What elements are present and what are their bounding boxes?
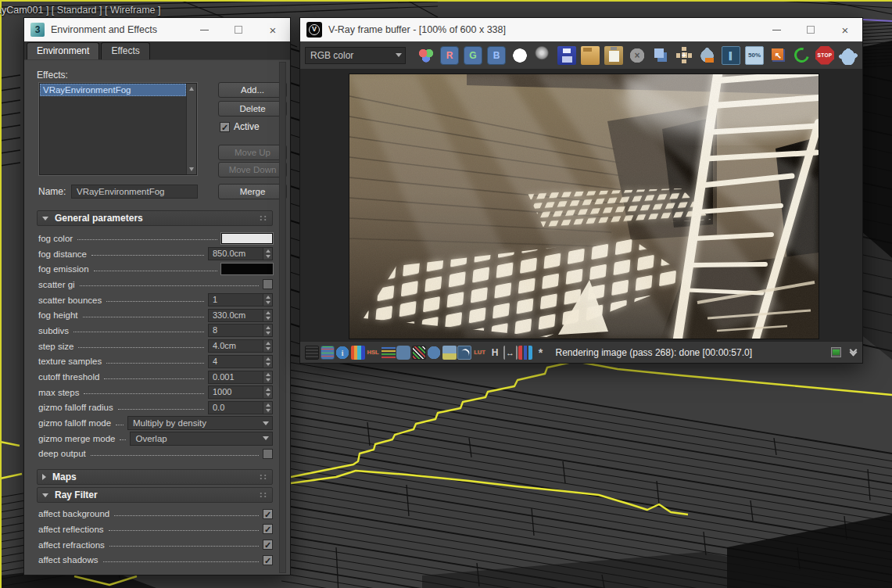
deep-output-checkbox[interactable] [263, 449, 273, 459]
info-icon[interactable]: i [335, 346, 349, 360]
spinner-arrows-icon[interactable] [263, 402, 272, 414]
monochrome-icon[interactable] [534, 46, 553, 65]
scatter-bounces-spinner[interactable]: 1 [208, 293, 273, 307]
spinner-arrows-icon[interactable] [263, 356, 272, 368]
cutoff-threshold-spinner[interactable]: 0.001 [208, 371, 273, 384]
viewport-label[interactable]: ayCam001 ] [ Standard ] [ Wireframe ] [0, 5, 161, 16]
spinner-arrows-icon[interactable] [263, 294, 272, 306]
spinner-arrows-icon[interactable] [263, 324, 272, 336]
maximize-button[interactable] [221, 18, 256, 41]
hue-saturation-icon[interactable] [396, 346, 410, 360]
dotted-leader [118, 402, 204, 410]
max-steps-spinner[interactable]: 1000 [208, 385, 273, 399]
background-image-icon[interactable] [442, 346, 457, 360]
move-up-button[interactable]: Move Up [218, 145, 287, 160]
fog-distance-spinner[interactable]: 850.0cm [208, 247, 273, 260]
rendered-image[interactable] [349, 74, 819, 339]
rollout-general-parameters[interactable]: General parameters [37, 210, 273, 226]
gizmo-falloff-radius-spinner[interactable]: 0.0 [208, 401, 273, 414]
spinner-arrows-icon[interactable] [263, 386, 272, 398]
texture-samples-spinner[interactable]: 4 [208, 355, 273, 368]
affect-background-label: affect background [38, 509, 109, 518]
minimize-button[interactable] [759, 18, 793, 41]
spinner-arrows-icon[interactable] [263, 371, 272, 383]
chevron-double-down-icon[interactable] [851, 350, 856, 355]
green-channel-button[interactable]: G [464, 46, 482, 65]
panel-toggle-icon[interactable] [831, 347, 841, 357]
effects-list[interactable]: VRayEnvironmentFog [38, 82, 198, 176]
name-field[interactable]: VRayEnvironmentFog [71, 185, 198, 199]
param-row-affect-reflections: affect reflections [38, 522, 273, 537]
scroll-down-icon[interactable] [187, 164, 196, 174]
add-button[interactable]: Add... [218, 82, 287, 98]
render-last-button[interactable] [792, 46, 811, 65]
fog-color-swatch[interactable] [221, 233, 273, 244]
region-render-button[interactable] [698, 46, 717, 65]
save-image-button[interactable] [557, 46, 576, 65]
scroll-up-icon[interactable] [187, 84, 196, 94]
spinner-arrows-icon[interactable] [263, 340, 272, 352]
effects-list-item-selected[interactable]: VRayEnvironmentFog [40, 84, 186, 96]
vfb-toolbar: RGB color RGB×+∥50%↖STOP [300, 41, 862, 70]
fog-color-label: fog color [38, 234, 73, 243]
copy-to-clipboard-button[interactable] [604, 46, 623, 65]
effects-list-scrollbar[interactable] [186, 84, 196, 174]
subdivs-spinner[interactable]: 8 [208, 324, 273, 337]
rollout-ray-filter[interactable]: Ray Filter [37, 487, 273, 503]
white-balance-icon[interactable] [382, 346, 396, 360]
levels-icon[interactable] [427, 346, 441, 360]
affect-refractions-checkbox[interactable] [263, 540, 273, 550]
rollout-maps[interactable]: Maps [37, 469, 273, 485]
affect-shadows-checkbox[interactable] [263, 555, 273, 565]
stereo-channels-icon[interactable] [518, 346, 532, 360]
move-down-button[interactable]: Move Down [218, 162, 287, 177]
spinner-arrows-icon[interactable] [263, 248, 272, 260]
color-corrections-icon[interactable] [321, 346, 335, 360]
spinner-arrows-icon[interactable] [263, 310, 272, 321]
fog-emission-swatch[interactable] [221, 264, 273, 274]
fog-height-spinner[interactable]: 330.0cm [208, 309, 273, 322]
pan-zoom-button[interactable]: ↖ [768, 46, 787, 65]
channel-dropdown[interactable]: RGB color [305, 47, 406, 64]
tab-environment[interactable]: Environment [27, 42, 99, 59]
load-image-button[interactable] [581, 46, 600, 65]
merge-button[interactable]: Merge [218, 184, 287, 199]
compare-images-button[interactable]: ∥ [722, 46, 740, 65]
lut-icon[interactable]: LUT [473, 346, 487, 360]
gizmo-falloff-mode-dropdown[interactable]: Multiply by density [127, 416, 273, 430]
rgb-channels-icon[interactable] [417, 46, 435, 65]
active-checkbox[interactable] [220, 122, 230, 132]
render-button[interactable] [839, 46, 858, 65]
scatter-gi-checkbox[interactable] [263, 279, 273, 289]
close-button[interactable]: × [256, 18, 290, 41]
step-size-spinner[interactable]: 4.0cm [208, 339, 273, 353]
alpha-channel-icon[interactable] [510, 46, 529, 65]
icc-profile-icon[interactable]: * [534, 346, 548, 360]
force-color-clamping-icon[interactable] [351, 346, 365, 360]
blue-channel-button[interactable]: B [487, 46, 506, 65]
vfb-titlebar[interactable]: V-Ray frame buffer - [100% of 600 x 338]… [300, 18, 862, 41]
hsl-icon[interactable]: HSL [366, 346, 380, 360]
stop-render-button[interactable]: STOP [815, 46, 834, 65]
gizmo-merge-mode-dropdown[interactable]: Overlap [130, 432, 273, 446]
pixel-aspect-icon[interactable]: ↔ [503, 346, 518, 360]
delete-button[interactable]: Delete [218, 101, 287, 117]
color-balance-icon[interactable] [412, 346, 426, 360]
histogram-icon[interactable]: H [488, 346, 502, 360]
dotted-leader [120, 432, 126, 440]
curve-correction-icon[interactable] [457, 346, 471, 360]
dialog-titlebar[interactable]: 3 Environment and Effects × [24, 18, 290, 41]
tab-effects[interactable]: Effects [101, 42, 149, 59]
duplicate-to-host-button[interactable] [651, 46, 670, 65]
dialog-scrollbar[interactable] [279, 62, 286, 573]
affect-background-checkbox[interactable] [263, 509, 273, 519]
red-channel-button[interactable]: R [440, 46, 459, 65]
maximize-button[interactable] [793, 18, 828, 41]
test-resolution-button[interactable]: 50% [745, 46, 764, 65]
track-mouse-button[interactable]: + [675, 46, 693, 65]
minimize-button[interactable] [187, 18, 221, 41]
clear-image-button[interactable]: × [628, 46, 647, 65]
close-button[interactable]: × [828, 18, 862, 41]
affect-reflections-checkbox[interactable] [263, 524, 273, 534]
pixel-info-icon[interactable] [305, 346, 319, 360]
